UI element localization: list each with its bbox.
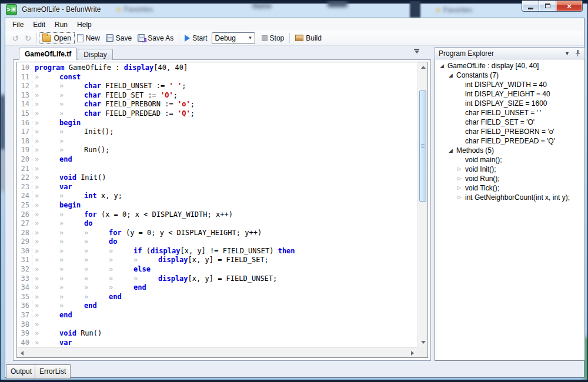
build-button[interactable]: Build xyxy=(292,33,325,43)
menu-item-run[interactable]: Run xyxy=(50,19,72,30)
minimize-button[interactable] xyxy=(522,1,539,12)
tab-marker-icon: » xyxy=(35,283,59,293)
code-line[interactable]: 26»»for (x = 0; x < DISPLAY_WIDTH; x++) xyxy=(17,210,417,220)
menu-item-file[interactable]: File xyxy=(8,19,28,30)
tab-errorlist[interactable]: ErrorList xyxy=(35,364,71,379)
menu-item-edit[interactable]: Edit xyxy=(28,19,50,30)
tree-expanded-icon[interactable]: ◢ xyxy=(449,71,456,80)
tree-item[interactable]: ▷void Init(); xyxy=(435,165,584,174)
tab-output[interactable]: Output xyxy=(6,364,36,379)
tree-item[interactable]: char FIELD_UNSET = ' ' xyxy=(435,108,584,118)
code-line[interactable]: 32»»»»else xyxy=(17,265,417,274)
tab-marker-icon: » xyxy=(84,256,109,265)
scroll-up-button[interactable] xyxy=(418,62,428,72)
tree-item[interactable]: int DISPLAY_HEIGHT = 40 xyxy=(435,89,584,99)
code-line[interactable]: 16»begin xyxy=(17,119,417,128)
code-line[interactable]: 19»»Run(); xyxy=(17,146,417,155)
code-text: »»»for (y = 0; y < DISPLAY_HEIGHT; y++) xyxy=(32,229,262,238)
start-button[interactable]: Start xyxy=(182,33,210,43)
pin-icon[interactable] xyxy=(574,49,581,57)
close-button[interactable]: × xyxy=(556,1,583,12)
tree-expanded-icon[interactable]: ◢ xyxy=(440,61,447,71)
code-line[interactable]: 24»»int x, y; xyxy=(17,192,417,201)
code-line[interactable]: 23»var xyxy=(17,183,417,192)
tree-item[interactable]: char FIELD_PREBORN = 'o' xyxy=(435,127,584,136)
code-line[interactable]: 22»void Init() xyxy=(17,173,417,183)
code-line[interactable]: 17»»Init(); xyxy=(17,128,417,137)
code-line[interactable]: 36»»end xyxy=(17,301,417,311)
panel-menu-icon[interactable]: ▼ xyxy=(564,51,570,56)
vertical-scroll-thumb[interactable] xyxy=(419,91,426,202)
code-line[interactable]: 20»end xyxy=(17,155,417,165)
keyword: do xyxy=(84,219,92,227)
tab-marker-icon: » xyxy=(35,237,59,247)
tree-item[interactable]: int DISPLAY_SIZE = 1600 xyxy=(435,99,584,108)
save-button[interactable]: Save xyxy=(103,33,135,43)
code-line[interactable]: 28»»»for (y = 0; y < DISPLAY_HEIGHT; y++… xyxy=(17,229,417,238)
titlebar[interactable]: > e GameOfLife - BefunWrite × xyxy=(1,1,588,18)
debug-mode-select[interactable]: Debug ▼ xyxy=(212,32,255,44)
tree-collapsed-icon[interactable]: ▷ xyxy=(457,183,465,193)
code-line[interactable]: 27»»do xyxy=(17,219,417,229)
code-line[interactable]: 33»»»»»display[x, y] = FIELD_UNSET; xyxy=(17,274,417,284)
code-line[interactable]: 31»»»»»display[x, y] = FIELD_SET; xyxy=(17,256,417,265)
keyword: then xyxy=(278,247,295,255)
code-fragment: [x, y] != FIELD_UNSET) xyxy=(180,247,278,255)
vertical-scrollbar[interactable] xyxy=(417,62,427,347)
open-button[interactable]: Open xyxy=(39,33,74,43)
line-number: 19 xyxy=(17,146,32,155)
package-icon xyxy=(295,35,303,41)
code-line[interactable]: 29»»»do xyxy=(17,237,417,247)
code-line[interactable]: 34»»»»end xyxy=(17,283,417,293)
horizontal-scrollbar[interactable] xyxy=(17,347,417,357)
tab-marker-icon: » xyxy=(35,329,59,339)
tree-item[interactable]: char FIELD_SET = 'O' xyxy=(435,118,584,127)
tree-expanded-icon[interactable]: ◢ xyxy=(449,146,456,155)
tree-item[interactable]: ◢Methods (5) xyxy=(435,146,584,155)
code-line[interactable]: 14»»char FIELD_PREBORN := 'o'; xyxy=(17,100,417,109)
code-line[interactable]: 25»begin xyxy=(17,201,417,210)
tree-item[interactable]: int DISPLAY_WIDTH = 40 xyxy=(435,80,584,89)
tree-item-label: GameOfLife : display [40, 40] xyxy=(447,61,539,71)
menu-item-help[interactable]: Help xyxy=(72,19,96,30)
redo-icon[interactable]: ↻ xyxy=(22,33,35,43)
code-line[interactable]: 40»var xyxy=(17,339,417,347)
tree-item[interactable]: ◢Constants (7) xyxy=(435,71,584,80)
new-button[interactable]: New xyxy=(74,33,103,43)
tree-item[interactable]: ▷void Run(); xyxy=(435,174,584,183)
tree-collapsed-icon[interactable]: ▷ xyxy=(457,174,465,183)
undo-icon[interactable]: ↺ xyxy=(9,33,22,43)
tree-item[interactable]: ▷int GetNeighborCount(int x, int y); xyxy=(435,193,584,202)
tab-list-dropdown-icon[interactable] xyxy=(413,49,420,55)
code-view[interactable]: 10program GameOfLife : display[40, 40]11… xyxy=(17,62,417,347)
code-line[interactable]: 39»void Run() xyxy=(17,329,417,339)
code-line[interactable]: 12»»char FIELD_UNSET := ' '; xyxy=(17,82,417,91)
code-line[interactable]: 18»» xyxy=(17,137,417,146)
maximize-button[interactable] xyxy=(539,1,556,12)
build-label: Build xyxy=(306,34,322,42)
tab-display[interactable]: Display xyxy=(78,49,112,60)
code-line[interactable]: 35»»»end xyxy=(17,293,417,302)
code-line[interactable]: 38» xyxy=(17,320,417,330)
scroll-right-button[interactable] xyxy=(407,348,417,358)
tree-item[interactable]: ◢GameOfLife : display [40, 40] xyxy=(435,61,584,71)
code-line[interactable]: 37»end xyxy=(17,311,417,320)
line-number: 20 xyxy=(17,155,32,165)
code-line[interactable]: 30»»»»if (display[x, y] != FIELD_UNSET) … xyxy=(17,247,417,256)
code-line[interactable]: 15»»char FIELD_PREDEAD := 'Q'; xyxy=(17,109,417,119)
code-editor[interactable]: 10program GameOfLife : display[40, 40]11… xyxy=(16,62,428,358)
tree-collapsed-icon[interactable]: ▷ xyxy=(457,193,465,202)
scroll-left-button[interactable] xyxy=(17,348,27,358)
stop-button[interactable]: Stop xyxy=(259,33,288,43)
code-line[interactable]: 11»const xyxy=(17,73,417,82)
tree-collapsed-icon[interactable]: ▷ xyxy=(457,165,465,174)
tree-item[interactable]: ▷void Tick(); xyxy=(435,183,584,193)
tab-gameoflife-tf[interactable]: GameOfLife.tf xyxy=(19,48,77,60)
code-line[interactable]: 21» xyxy=(17,165,417,174)
tree-item[interactable]: char FIELD_PREDEAD = 'Q' xyxy=(435,136,584,146)
scroll-down-button[interactable] xyxy=(418,337,428,347)
tree-item[interactable]: void main(); xyxy=(435,155,584,165)
code-line[interactable]: 13»»char FIELD_SET := 'O'; xyxy=(17,91,417,100)
code-line[interactable]: 10program GameOfLife : display[40, 40] xyxy=(17,63,417,73)
save-as-button[interactable]: Save As xyxy=(135,33,176,43)
